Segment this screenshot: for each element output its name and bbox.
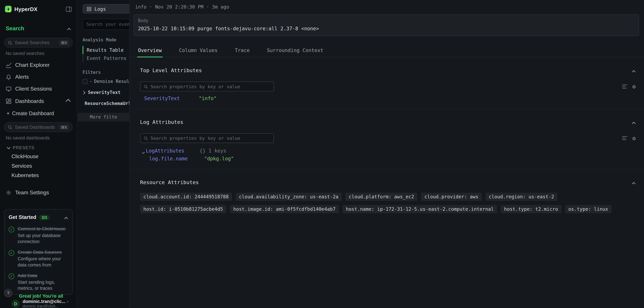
sidebar-item-team-settings[interactable]: Team Settings — [0, 186, 77, 198]
property-search-input[interactable] — [150, 136, 270, 141]
resource-chip[interactable]: host.type: t2.micro — [501, 205, 561, 213]
user-menu[interactable]: D dominic.tran@clic... › dominic.tran@cl… — [0, 297, 77, 308]
sidebar-item-dashboards[interactable]: Dashboards — [0, 95, 77, 108]
separator: · — [206, 4, 209, 10]
property-search-input[interactable] — [150, 84, 270, 89]
event-search-box[interactable] — [82, 19, 129, 30]
event-age: 3m ago — [212, 4, 229, 10]
resource-chip[interactable]: host.image.id: ami-0f5fcdfbd140e4ab7 — [230, 205, 339, 213]
saved-searches-search[interactable]: ⌘K — [4, 38, 72, 47]
kbd-shortcut: ⌘K — [59, 40, 69, 45]
gs-item-desc: Configure where your data comes from — [18, 256, 68, 268]
body-label: Body — [138, 18, 634, 23]
mode-event-patterns[interactable]: Event Patterns — [82, 54, 129, 62]
sidebar: HyperDX Search ⌘K No saved searches Char… — [0, 0, 77, 308]
presets-label: PRESETS — [13, 145, 34, 150]
tab-trace[interactable]: Trace — [234, 45, 250, 57]
settings-gear-icon[interactable]: ⚙ — [632, 84, 636, 89]
attribute-value[interactable]: "info" — [199, 96, 216, 101]
detail-tabs: Overview Column Values Trace Surrounding… — [130, 45, 644, 57]
collapse-section-icon[interactable] — [632, 118, 636, 126]
tab-overview[interactable]: Overview — [137, 45, 162, 57]
get-started-item[interactable]: ✓ Add Data Start sending logs, metrics, … — [8, 273, 68, 291]
bell-icon — [6, 74, 12, 80]
event-search-input[interactable] — [86, 22, 129, 27]
help-button[interactable]: ? — [4, 289, 12, 297]
sidebar-item-client-sessions[interactable]: Client Sessions — [0, 83, 77, 95]
collapse-section-icon[interactable] — [632, 66, 636, 74]
get-started-item[interactable]: ✓ Create Data Sources Configure where yo… — [8, 249, 68, 268]
attribute-key[interactable]: LogAttributes — [146, 148, 200, 154]
resource-chip[interactable]: cloud.availability_zone: us-east-2a — [236, 193, 342, 201]
saved-dashboards-search[interactable]: ⌘K — [4, 122, 72, 132]
plus-icon: + — [6, 111, 10, 116]
search-icon — [8, 40, 12, 45]
search-icon — [144, 84, 148, 89]
chevron-up-icon[interactable] — [64, 214, 68, 221]
tab-surrounding-context[interactable]: Surrounding Context — [266, 45, 324, 57]
tab-column-values[interactable]: Column Values — [178, 45, 218, 57]
filters-label: Filters — [82, 70, 129, 74]
property-search-box[interactable] — [140, 133, 274, 143]
check-circle-icon: ✓ — [8, 227, 14, 232]
filter-group-label: SeverityText — [88, 90, 120, 95]
dashboard-grid-icon — [6, 98, 12, 104]
search-icon — [8, 125, 12, 129]
resource-chip[interactable]: host.name: ip-172-31-12-5.us-east-2.comp… — [343, 205, 497, 213]
collapse-sidebar-icon[interactable] — [66, 6, 72, 12]
nav-label: Chart Explorer — [15, 62, 50, 68]
attribute-tree-root[interactable]: LogAttributes {} 1 keys — [140, 143, 636, 154]
separator: · — [150, 4, 152, 10]
sidebar-item-chart-explorer[interactable]: Chart Explorer — [0, 59, 77, 71]
denoise-icon — [90, 79, 92, 84]
line-wrap-icon[interactable] — [622, 84, 628, 89]
property-search-box[interactable] — [140, 82, 274, 91]
denoise-checkbox[interactable] — [82, 79, 88, 84]
settings-gear-icon[interactable]: ⚙ — [632, 135, 636, 141]
saved-dashboards-input[interactable] — [15, 125, 57, 129]
section-title: Top Level Attributes — [140, 67, 202, 73]
filter-group-severitytext[interactable]: SeverityText — [82, 90, 129, 95]
attribute-key[interactable]: SeverityText — [144, 96, 199, 101]
resource-chip[interactable]: os.type: linux — [565, 205, 612, 213]
logs-source-icon — [87, 6, 92, 11]
chevron-right-icon — [82, 90, 86, 94]
monitor-icon — [6, 86, 12, 92]
denoise-results-toggle[interactable]: Denoise Resul — [82, 79, 129, 84]
sidebar-item-clickhouse[interactable]: ClickHouse — [0, 152, 77, 161]
mode-results-table[interactable]: Results Table — [82, 46, 129, 54]
resource-chip[interactable]: cloud.account.id: 244449518788 — [140, 193, 232, 201]
get-started-item[interactable]: ✓ Connect to ClickHouse Set up your data… — [8, 226, 68, 244]
gs-item-title: Add Data — [18, 273, 68, 278]
line-wrap-icon[interactable] — [622, 135, 628, 141]
resource-chip[interactable]: cloud.provider: aws — [421, 193, 482, 201]
source-selector-button[interactable]: Logs — [82, 4, 129, 13]
sidebar-item-kubernetes[interactable]: Kubernetes — [0, 170, 77, 180]
collapse-section-icon[interactable] — [632, 178, 636, 186]
more-filters-button[interactable]: More filte — [78, 113, 130, 121]
nav-label: Client Sessions — [15, 86, 52, 92]
tree-keys-count: {} 1 keys — [200, 148, 226, 154]
gs-item-title: Create Data Sources — [18, 249, 68, 255]
sidebar-item-services[interactable]: Services — [0, 161, 77, 170]
resource-chip[interactable]: cloud.platform: aws_ec2 — [346, 193, 418, 201]
saved-searches-input[interactable] — [15, 40, 57, 45]
gs-item-desc: Start sending logs, metrics, or traces — [18, 279, 68, 291]
sidebar-item-alerts[interactable]: Alerts — [0, 71, 77, 83]
create-dashboard-button[interactable]: + Create Dashboard — [0, 108, 77, 117]
chevron-up-icon — [67, 25, 71, 32]
filter-group-label: ResourceSchemaUrl — [84, 101, 129, 106]
nav-label: Alerts — [15, 74, 29, 80]
resource-chip[interactable]: cloud.region: us-east-2 — [485, 193, 557, 201]
resource-chip[interactable]: host.id: i-0510b81275acbe4d5 — [140, 205, 226, 213]
caret-down-icon — [142, 150, 145, 152]
sidebar-section-search[interactable]: Search — [0, 25, 77, 32]
no-saved-dashboards-text: No saved dashboards — [0, 132, 77, 140]
attribute-value[interactable]: "dpkg.log" — [204, 156, 234, 161]
attribute-key[interactable]: log.file.name — [149, 156, 204, 161]
get-started-card: Get Started 3/3 ✓ Connect to ClickHouse … — [4, 209, 72, 295]
app-title: HyperDX — [14, 6, 63, 12]
resource-attribute-chips: cloud.account.id: 244449518788 cloud.ava… — [140, 193, 636, 213]
filter-group-resourceschemaurl[interactable]: ResourceSchemaUrl — [82, 101, 129, 106]
presets-toggle[interactable]: PRESETS — [0, 140, 77, 152]
